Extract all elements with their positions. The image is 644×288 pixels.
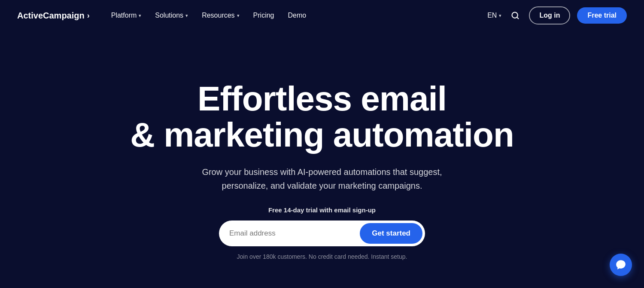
nav-item-pricing[interactable]: Pricing xyxy=(247,8,280,23)
get-started-button[interactable]: Get started xyxy=(360,223,422,244)
nav-item-demo[interactable]: Demo xyxy=(282,8,313,23)
trial-label: Free 14-day trial with email sign-up xyxy=(268,206,376,214)
search-button[interactable] xyxy=(508,9,522,22)
nav-label-platform: Platform xyxy=(111,12,137,19)
free-trial-button[interactable]: Free trial xyxy=(577,7,627,24)
nav-links: Platform ▾ Solutions ▾ Resources ▾ Prici… xyxy=(105,8,312,23)
nav-item-resources[interactable]: Resources ▾ xyxy=(196,8,245,23)
disclaimer-text: Join over 180k customers. No credit card… xyxy=(237,253,407,260)
nav-right: EN ▾ Log in Free trial xyxy=(487,6,627,25)
svg-line-1 xyxy=(517,17,519,19)
hero-title-line2: & marketing automation xyxy=(130,116,514,154)
nav-item-solutions[interactable]: Solutions ▾ xyxy=(149,8,194,23)
logo-arrow: › xyxy=(87,11,90,20)
chevron-down-icon: ▾ xyxy=(237,13,240,18)
navbar: ActiveCampaign › Platform ▾ Solutions ▾ … xyxy=(0,0,644,31)
language-code: EN xyxy=(487,12,497,19)
language-selector[interactable]: EN ▾ xyxy=(487,12,501,19)
nav-label-resources: Resources xyxy=(202,12,234,19)
chat-bubble-button[interactable] xyxy=(610,254,632,276)
chat-icon xyxy=(615,259,626,270)
logo-text: ActiveCampaign xyxy=(17,11,85,21)
login-button[interactable]: Log in xyxy=(529,6,570,25)
email-input[interactable] xyxy=(229,229,360,238)
hero-title: Effortless email & marketing automation xyxy=(130,81,514,153)
nav-item-platform[interactable]: Platform ▾ xyxy=(105,8,148,23)
logo[interactable]: ActiveCampaign › xyxy=(17,11,90,21)
hero-subtitle: Grow your business with AI-powered autom… xyxy=(193,165,451,193)
email-form: Get started xyxy=(219,221,425,246)
chevron-down-icon: ▾ xyxy=(139,13,141,18)
nav-left: ActiveCampaign › Platform ▾ Solutions ▾ … xyxy=(17,8,312,23)
chevron-down-icon: ▾ xyxy=(499,13,501,18)
hero-title-line1: Effortless email xyxy=(197,80,447,118)
search-icon xyxy=(511,11,519,20)
hero-section: Effortless email & marketing automation … xyxy=(0,31,644,288)
nav-label-demo: Demo xyxy=(288,12,307,19)
nav-label-pricing: Pricing xyxy=(253,12,274,19)
chevron-down-icon: ▾ xyxy=(185,13,188,18)
nav-label-solutions: Solutions xyxy=(155,12,183,19)
